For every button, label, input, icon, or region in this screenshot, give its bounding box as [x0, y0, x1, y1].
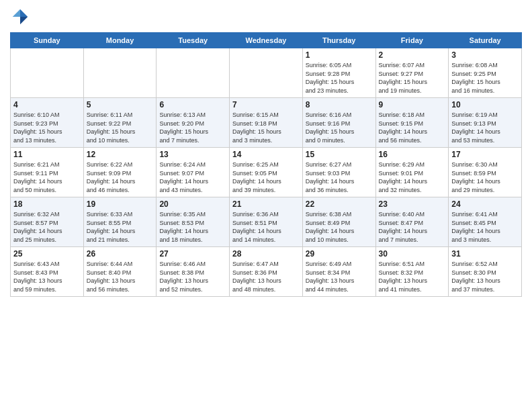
- day-number: 7: [232, 100, 300, 109]
- col-header-friday: Friday: [375, 33, 449, 48]
- week-row-3: 11Sunrise: 6:21 AMSunset: 9:11 PMDayligh…: [11, 148, 522, 197]
- day-info: Sunrise: 6:25 AMSunset: 9:05 PMDaylight:…: [232, 161, 300, 194]
- day-info: Sunrise: 6:07 AMSunset: 9:27 PMDaylight:…: [379, 61, 446, 95]
- day-number: 12: [87, 150, 154, 159]
- day-cell: 11Sunrise: 6:21 AMSunset: 9:11 PMDayligh…: [11, 148, 84, 197]
- day-cell: 7Sunrise: 6:15 AMSunset: 9:18 PMDaylight…: [230, 98, 303, 148]
- day-cell: 10Sunrise: 6:19 AMSunset: 9:13 PMDayligh…: [449, 98, 522, 148]
- day-number: 18: [13, 199, 81, 209]
- svg-marker-1: [20, 17, 28, 24]
- day-info: Sunrise: 6:30 AMSunset: 8:59 PMDaylight:…: [451, 161, 519, 194]
- day-info: Sunrise: 6:10 AMSunset: 9:23 PMDaylight:…: [13, 111, 81, 144]
- page-header: [10, 7, 522, 27]
- day-info: Sunrise: 6:18 AMSunset: 9:15 PMDaylight:…: [379, 111, 446, 144]
- day-number: 5: [87, 100, 154, 109]
- day-number: 24: [451, 199, 519, 209]
- day-info: Sunrise: 6:16 AMSunset: 9:16 PMDaylight:…: [306, 111, 373, 144]
- day-number: 15: [306, 150, 373, 159]
- day-info: Sunrise: 6:38 AMSunset: 8:49 PMDaylight:…: [306, 210, 373, 244]
- day-info: Sunrise: 6:44 AMSunset: 8:40 PMDaylight:…: [87, 260, 154, 293]
- day-info: Sunrise: 6:35 AMSunset: 8:53 PMDaylight:…: [159, 210, 226, 244]
- day-info: Sunrise: 6:15 AMSunset: 9:18 PMDaylight:…: [232, 111, 300, 144]
- svg-marker-2: [13, 9, 20, 17]
- day-number: 22: [306, 199, 373, 209]
- day-number: 20: [159, 199, 226, 209]
- day-cell: 13Sunrise: 6:24 AMSunset: 9:07 PMDayligh…: [157, 148, 230, 197]
- day-number: 6: [159, 100, 226, 109]
- day-cell: 23Sunrise: 6:40 AMSunset: 8:47 PMDayligh…: [375, 197, 449, 247]
- day-number: 14: [232, 150, 300, 159]
- day-number: 25: [13, 249, 81, 259]
- day-number: 30: [379, 249, 446, 259]
- day-number: 13: [159, 150, 226, 159]
- day-number: 1: [306, 50, 373, 60]
- day-number: 27: [159, 249, 226, 259]
- day-cell: 20Sunrise: 6:35 AMSunset: 8:53 PMDayligh…: [157, 197, 230, 247]
- day-info: Sunrise: 6:32 AMSunset: 8:57 PMDaylight:…: [13, 210, 81, 244]
- page-container: SundayMondayTuesdayWednesdayThursdayFrid…: [0, 0, 532, 304]
- day-number: 10: [451, 100, 519, 109]
- day-info: Sunrise: 6:49 AMSunset: 8:34 PMDaylight:…: [306, 260, 373, 293]
- logo: [10, 7, 33, 27]
- day-number: 31: [451, 249, 519, 259]
- day-info: Sunrise: 6:24 AMSunset: 9:07 PMDaylight:…: [159, 161, 226, 194]
- day-info: Sunrise: 6:21 AMSunset: 9:11 PMDaylight:…: [13, 161, 81, 194]
- day-number: 17: [451, 150, 519, 159]
- day-info: Sunrise: 6:11 AMSunset: 9:22 PMDaylight:…: [87, 111, 154, 144]
- day-info: Sunrise: 6:08 AMSunset: 9:25 PMDaylight:…: [451, 61, 519, 95]
- col-header-sunday: Sunday: [11, 33, 84, 48]
- day-cell: 2Sunrise: 6:07 AMSunset: 9:27 PMDaylight…: [375, 48, 449, 98]
- day-number: 4: [13, 100, 81, 109]
- header-row: SundayMondayTuesdayWednesdayThursdayFrid…: [11, 33, 522, 48]
- col-header-tuesday: Tuesday: [157, 33, 230, 48]
- day-number: 8: [306, 100, 373, 109]
- week-row-2: 4Sunrise: 6:10 AMSunset: 9:23 PMDaylight…: [11, 98, 522, 148]
- day-cell: 18Sunrise: 6:32 AMSunset: 8:57 PMDayligh…: [11, 197, 84, 247]
- day-info: Sunrise: 6:43 AMSunset: 8:43 PMDaylight:…: [13, 260, 81, 293]
- day-cell: 19Sunrise: 6:33 AMSunset: 8:55 PMDayligh…: [83, 197, 157, 247]
- day-cell: 3Sunrise: 6:08 AMSunset: 9:25 PMDaylight…: [449, 48, 522, 98]
- calendar-table: SundayMondayTuesdayWednesdayThursdayFrid…: [10, 32, 522, 297]
- day-cell: 25Sunrise: 6:43 AMSunset: 8:43 PMDayligh…: [11, 247, 84, 297]
- day-cell: 14Sunrise: 6:25 AMSunset: 9:05 PMDayligh…: [230, 148, 303, 197]
- day-cell: 8Sunrise: 6:16 AMSunset: 9:16 PMDaylight…: [302, 98, 375, 148]
- day-number: 9: [379, 100, 446, 109]
- day-cell: 4Sunrise: 6:10 AMSunset: 9:23 PMDaylight…: [11, 98, 84, 148]
- col-header-thursday: Thursday: [302, 33, 375, 48]
- col-header-saturday: Saturday: [449, 33, 522, 48]
- day-cell: 9Sunrise: 6:18 AMSunset: 9:15 PMDaylight…: [375, 98, 449, 148]
- day-cell: 15Sunrise: 6:27 AMSunset: 9:03 PMDayligh…: [302, 148, 375, 197]
- day-info: Sunrise: 6:05 AMSunset: 9:28 PMDaylight:…: [306, 61, 373, 95]
- day-number: 19: [87, 199, 154, 209]
- day-info: Sunrise: 6:36 AMSunset: 8:51 PMDaylight:…: [232, 210, 300, 244]
- day-cell: 27Sunrise: 6:46 AMSunset: 8:38 PMDayligh…: [157, 247, 230, 297]
- day-info: Sunrise: 6:33 AMSunset: 8:55 PMDaylight:…: [87, 210, 154, 244]
- week-row-1: 1Sunrise: 6:05 AMSunset: 9:28 PMDaylight…: [11, 48, 522, 98]
- day-number: 3: [451, 50, 519, 60]
- day-cell: 24Sunrise: 6:41 AMSunset: 8:45 PMDayligh…: [449, 197, 522, 247]
- week-row-5: 25Sunrise: 6:43 AMSunset: 8:43 PMDayligh…: [11, 247, 522, 297]
- day-number: 11: [13, 150, 81, 159]
- day-cell: [83, 48, 157, 98]
- day-cell: 12Sunrise: 6:22 AMSunset: 9:09 PMDayligh…: [83, 148, 157, 197]
- day-number: 16: [379, 150, 446, 159]
- day-number: 29: [306, 249, 373, 259]
- day-info: Sunrise: 6:40 AMSunset: 8:47 PMDaylight:…: [379, 210, 446, 244]
- day-number: 2: [379, 50, 446, 60]
- col-header-wednesday: Wednesday: [230, 33, 303, 48]
- day-number: 21: [232, 199, 300, 209]
- day-cell: 28Sunrise: 6:47 AMSunset: 8:36 PMDayligh…: [230, 247, 303, 297]
- day-cell: 26Sunrise: 6:44 AMSunset: 8:40 PMDayligh…: [83, 247, 157, 297]
- col-header-monday: Monday: [83, 33, 157, 48]
- day-number: 23: [379, 199, 446, 209]
- day-cell: 30Sunrise: 6:51 AMSunset: 8:32 PMDayligh…: [375, 247, 449, 297]
- day-cell: 31Sunrise: 6:52 AMSunset: 8:30 PMDayligh…: [449, 247, 522, 297]
- day-cell: 21Sunrise: 6:36 AMSunset: 8:51 PMDayligh…: [230, 197, 303, 247]
- day-cell: [11, 48, 84, 98]
- day-info: Sunrise: 6:41 AMSunset: 8:45 PMDaylight:…: [451, 210, 519, 244]
- day-cell: 22Sunrise: 6:38 AMSunset: 8:49 PMDayligh…: [302, 197, 375, 247]
- day-info: Sunrise: 6:47 AMSunset: 8:36 PMDaylight:…: [232, 260, 300, 293]
- day-info: Sunrise: 6:19 AMSunset: 9:13 PMDaylight:…: [451, 111, 519, 144]
- day-cell: 1Sunrise: 6:05 AMSunset: 9:28 PMDaylight…: [302, 48, 375, 98]
- svg-marker-0: [20, 9, 28, 17]
